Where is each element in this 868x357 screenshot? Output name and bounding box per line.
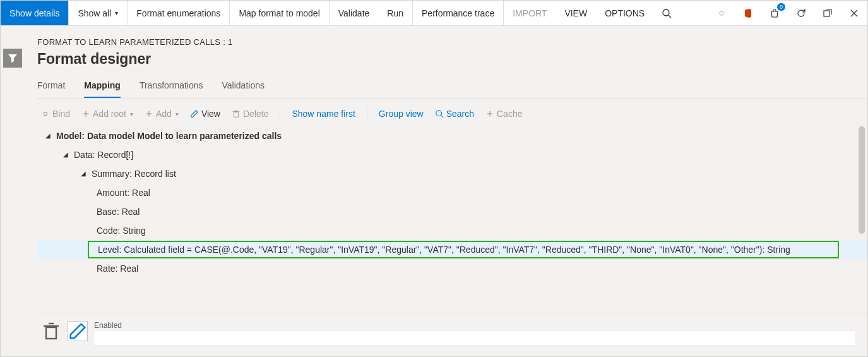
svg-rect-9 [234, 112, 238, 117]
validate-label: Validate [338, 8, 370, 18]
format-enumerations-label: Format enumerations [136, 8, 220, 18]
view-label: VIEW [564, 8, 587, 18]
link-icon [716, 8, 727, 18]
run-button[interactable]: Run [378, 1, 413, 25]
tab-transformations[interactable]: Transformations [140, 76, 203, 98]
svg-point-0 [663, 9, 669, 16]
performance-trace-button[interactable]: Performance trace [413, 1, 504, 25]
tree-node-level-row[interactable]: Level: Calculated field = CASE(@.Code, "… [37, 240, 867, 259]
map-format-to-model-button[interactable]: Map format to model [230, 1, 329, 25]
main-panel: FORMAT TO LEARN PARAMETERIZED CALLS : 1 … [25, 26, 867, 356]
refresh-button[interactable] [788, 1, 814, 25]
left-rail [1, 26, 25, 356]
bind-button[interactable]: Bind [41, 109, 70, 119]
delete-panel-button[interactable] [41, 321, 61, 341]
delete-label: Delete [243, 109, 268, 119]
office-icon-button[interactable] [735, 1, 761, 25]
options-label: OPTIONS [605, 8, 645, 18]
node-label: Rate: Real [97, 259, 138, 278]
svg-line-1 [669, 15, 671, 18]
toolbar-separator [280, 107, 280, 120]
node-label: Level: Calculated field = CASE(@.Code, "… [98, 240, 790, 259]
filter-button[interactable] [3, 49, 22, 68]
add-button[interactable]: Add▾ [145, 109, 179, 119]
group-view-label: Group view [379, 109, 424, 119]
chevron-down-icon: ▾ [130, 111, 133, 118]
add-label: Add [156, 109, 172, 119]
bottom-panel: Enabled [37, 313, 867, 356]
node-label: Model: Data model Model to learn paramet… [56, 126, 282, 145]
cache-label: Cache [497, 109, 522, 119]
map-format-label: Map format to model [239, 8, 319, 18]
show-name-first-button[interactable]: Show name first [292, 109, 355, 119]
toolbar-separator [367, 107, 367, 120]
view-toolbar-button[interactable]: View [190, 109, 220, 119]
show-all-button[interactable]: Show all▾ [69, 1, 128, 25]
toolbar: Bind Add root▾ Add▾ View Delete [37, 99, 867, 126]
run-label: Run [387, 8, 403, 18]
tree-node-data[interactable]: ◢Data: Record[!] [37, 145, 867, 164]
trash-icon [41, 321, 61, 341]
node-label: Base: Real [97, 202, 140, 221]
plus-icon [145, 109, 153, 118]
tree-node-code[interactable]: Code: String [37, 221, 867, 240]
view-toolbar-label: View [201, 109, 220, 119]
search-icon [662, 8, 672, 18]
show-details-button[interactable]: Show details [1, 1, 69, 25]
add-root-label: Add root [93, 109, 126, 119]
svg-rect-2 [824, 11, 829, 16]
chevron-down-icon: ▾ [175, 111, 179, 118]
show-name-first-label: Show name first [292, 109, 355, 119]
options-button[interactable]: OPTIONS [596, 1, 653, 25]
plus-icon [485, 109, 494, 118]
validate-button[interactable]: Validate [330, 1, 379, 25]
chevron-down-icon: ▾ [115, 9, 118, 16]
popout-icon [823, 8, 833, 18]
bind-label: Bind [52, 109, 70, 119]
tree-node-summary[interactable]: ◢Summary: Record list [37, 164, 867, 183]
import-label: IMPORT [513, 8, 547, 18]
tree-container: ◢Model: Data model Model to learn parame… [37, 126, 867, 313]
enabled-field: Enabled [94, 321, 855, 346]
notifications-button[interactable]: 0 [761, 1, 788, 25]
search-toolbar-button[interactable]: Search [435, 109, 474, 119]
view-button[interactable]: VIEW [556, 1, 596, 25]
svg-rect-16 [46, 327, 56, 339]
format-enumerations-button[interactable]: Format enumerations [128, 1, 230, 25]
link-icon-button[interactable] [708, 1, 735, 25]
search-icon [435, 109, 444, 118]
import-button[interactable]: IMPORT [504, 1, 556, 25]
group-view-button[interactable]: Group view [379, 109, 424, 119]
tree-node-amount[interactable]: Amount: Real [37, 183, 867, 202]
tree-node-model[interactable]: ◢Model: Data model Model to learn parame… [37, 126, 867, 145]
close-button[interactable] [841, 1, 867, 25]
tree-node-base[interactable]: Base: Real [37, 202, 867, 221]
node-label: Summary: Record list [92, 164, 176, 183]
show-details-label: Show details [9, 8, 59, 18]
edit-panel-button[interactable] [68, 321, 88, 341]
breadcrumb: FORMAT TO LEARN PARAMETERIZED CALLS : 1 [37, 37, 867, 47]
caret-icon: ◢ [79, 164, 88, 183]
page-title: Format designer [37, 51, 867, 68]
tab-mapping[interactable]: Mapping [84, 76, 121, 98]
delete-button[interactable]: Delete [232, 109, 268, 119]
plus-icon [81, 109, 90, 118]
popout-button[interactable] [814, 1, 841, 25]
close-icon [849, 8, 859, 18]
enabled-input[interactable] [94, 331, 855, 346]
node-label: Amount: Real [97, 183, 150, 202]
filter-icon [8, 53, 18, 63]
tabs: Format Mapping Transformations Validatio… [37, 76, 867, 99]
link-icon [41, 109, 50, 118]
notification-badge: 0 [777, 3, 785, 11]
add-root-button[interactable]: Add root▾ [81, 109, 133, 119]
search-button[interactable] [653, 1, 680, 25]
pencil-icon [68, 322, 87, 341]
tab-format[interactable]: Format [37, 76, 65, 98]
pencil-icon [190, 109, 199, 118]
cache-button[interactable]: Cache [485, 109, 522, 119]
tree-node-rate[interactable]: Rate: Real [37, 259, 867, 278]
tab-validations[interactable]: Validations [222, 76, 265, 98]
node-label: Code: String [97, 221, 146, 240]
enabled-label: Enabled [94, 321, 855, 330]
